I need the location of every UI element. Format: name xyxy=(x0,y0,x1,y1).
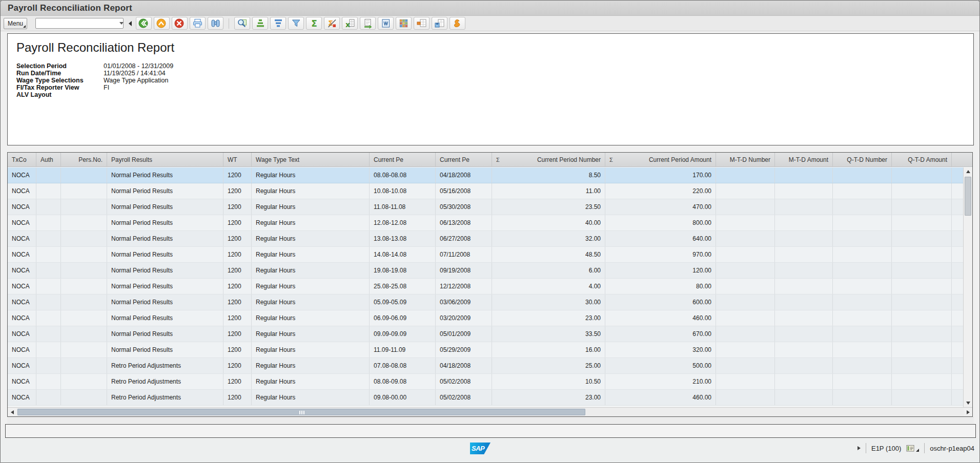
table-cell[interactable]: NOCA xyxy=(8,326,36,342)
table-cell[interactable]: Regular Hours xyxy=(252,279,370,294)
table-row[interactable]: NOCARetro Period Adjustments1200Regular … xyxy=(8,374,963,390)
table-cell[interactable]: 05/02/2008 xyxy=(436,374,492,389)
table-cell[interactable] xyxy=(61,263,107,278)
table-cell[interactable] xyxy=(892,279,952,294)
sort-ascending-button[interactable] xyxy=(252,17,268,30)
table-cell[interactable] xyxy=(833,183,892,199)
table-cell[interactable]: 1200 xyxy=(223,263,252,278)
table-cell[interactable] xyxy=(833,358,892,373)
table-cell[interactable]: 500.00 xyxy=(605,358,716,373)
table-cell[interactable]: Retro Period Adjustments xyxy=(107,374,223,389)
table-cell[interactable] xyxy=(36,342,61,357)
table-cell[interactable] xyxy=(36,183,61,199)
table-cell[interactable]: Regular Hours xyxy=(252,215,370,230)
table-cell[interactable]: 05/01/2009 xyxy=(436,326,492,342)
change-layout-button[interactable] xyxy=(414,17,430,30)
table-cell[interactable] xyxy=(61,374,107,389)
save-layout-button[interactable] xyxy=(432,17,447,30)
table-cell[interactable]: 80.00 xyxy=(605,279,716,294)
table-cell[interactable]: 6.00 xyxy=(492,263,605,278)
table-cell[interactable]: NOCA xyxy=(8,199,36,215)
table-cell[interactable] xyxy=(833,231,892,246)
table-cell[interactable] xyxy=(61,279,107,294)
column-header-current-pe[interactable]: Current Pe xyxy=(370,153,436,166)
table-cell[interactable]: 25.08-25.08 xyxy=(370,279,436,294)
table-cell[interactable]: 25.00 xyxy=(492,358,605,373)
filter-button[interactable] xyxy=(288,17,304,30)
table-cell[interactable]: 1200 xyxy=(223,167,252,183)
table-cell[interactable]: NOCA xyxy=(8,358,36,373)
table-cell[interactable]: 12/12/2008 xyxy=(436,279,492,294)
table-cell[interactable]: Normal Period Results xyxy=(107,215,223,230)
table-cell[interactable]: 170.00 xyxy=(605,167,716,183)
table-cell[interactable]: 05/30/2008 xyxy=(436,199,492,215)
table-cell[interactable] xyxy=(892,215,952,230)
table-row[interactable]: NOCANormal Period Results1200Regular Hou… xyxy=(8,247,963,263)
table-cell[interactable]: 10.08-10.08 xyxy=(370,183,436,199)
table-cell[interactable]: 970.00 xyxy=(605,247,716,262)
table-cell[interactable]: Regular Hours xyxy=(252,231,370,246)
local-file-button[interactable] xyxy=(360,17,376,30)
table-cell[interactable]: 19.08-19.08 xyxy=(370,263,436,278)
table-cell[interactable] xyxy=(892,294,952,310)
table-cell[interactable]: NOCA xyxy=(8,279,36,294)
table-cell[interactable] xyxy=(36,231,61,246)
table-cell[interactable]: NOCA xyxy=(8,294,36,310)
table-cell[interactable]: Normal Period Results xyxy=(107,342,223,357)
table-cell[interactable]: Regular Hours xyxy=(252,247,370,262)
table-cell[interactable] xyxy=(61,326,107,342)
table-cell[interactable]: 12.08-12.08 xyxy=(370,215,436,230)
column-header-current-period-amount[interactable]: ΣCurrent Period Amount xyxy=(605,153,716,166)
table-cell[interactable]: 1200 xyxy=(223,310,252,326)
table-cell[interactable]: 23.50 xyxy=(492,199,605,215)
table-cell[interactable] xyxy=(36,358,61,373)
table-cell[interactable] xyxy=(775,279,833,294)
table-cell[interactable] xyxy=(716,358,775,373)
table-cell[interactable] xyxy=(36,279,61,294)
table-cell[interactable]: 470.00 xyxy=(605,199,716,215)
table-cell[interactable] xyxy=(833,294,892,310)
table-cell[interactable]: Regular Hours xyxy=(252,374,370,389)
table-cell[interactable]: 03/20/2009 xyxy=(436,310,492,326)
table-cell[interactable]: 11.00 xyxy=(492,183,605,199)
column-header-current-period-number[interactable]: ΣCurrent Period Number xyxy=(492,153,605,166)
table-cell[interactable]: Normal Period Results xyxy=(107,167,223,183)
print-button[interactable] xyxy=(190,17,206,30)
column-header-auth[interactable]: Auth xyxy=(36,153,61,166)
table-row[interactable]: NOCANormal Period Results1200Regular Hou… xyxy=(8,167,963,183)
table-cell[interactable]: 4.00 xyxy=(492,279,605,294)
scroll-down-icon[interactable] xyxy=(964,399,972,407)
table-cell[interactable]: 220.00 xyxy=(605,183,716,199)
table-cell[interactable] xyxy=(775,310,833,326)
table-cell[interactable] xyxy=(833,263,892,278)
table-cell[interactable]: Normal Period Results xyxy=(107,231,223,246)
table-cell[interactable]: Regular Hours xyxy=(252,263,370,278)
table-cell[interactable]: Normal Period Results xyxy=(107,310,223,326)
table-cell[interactable]: Regular Hours xyxy=(252,326,370,342)
table-cell[interactable] xyxy=(36,390,61,405)
table-cell[interactable]: Normal Period Results xyxy=(107,183,223,199)
table-cell[interactable]: 05/02/2008 xyxy=(436,390,492,405)
column-header-wage-type-text[interactable]: Wage Type Text xyxy=(252,153,370,166)
table-cell[interactable] xyxy=(833,247,892,262)
table-cell[interactable]: 800.00 xyxy=(605,215,716,230)
table-cell[interactable]: NOCA xyxy=(8,167,36,183)
table-cell[interactable] xyxy=(716,199,775,215)
table-cell[interactable]: 03/06/2009 xyxy=(436,294,492,310)
table-cell[interactable]: 600.00 xyxy=(605,294,716,310)
table-cell[interactable] xyxy=(716,263,775,278)
table-cell[interactable]: 640.00 xyxy=(605,231,716,246)
table-cell[interactable] xyxy=(775,263,833,278)
table-cell[interactable]: 1200 xyxy=(223,183,252,199)
table-cell[interactable]: 1200 xyxy=(223,199,252,215)
table-cell[interactable]: 09/19/2008 xyxy=(436,263,492,278)
table-cell[interactable] xyxy=(36,215,61,230)
table-cell[interactable]: 07.08-08.08 xyxy=(370,358,436,373)
table-cell[interactable]: 16.00 xyxy=(492,342,605,357)
table-cell[interactable]: 05/16/2008 xyxy=(436,183,492,199)
table-cell[interactable]: 06/13/2008 xyxy=(436,215,492,230)
column-header-wt[interactable]: WT xyxy=(223,153,252,166)
table-cell[interactable] xyxy=(36,326,61,342)
column-header-current-pe[interactable]: Current Pe xyxy=(436,153,492,166)
export-spreadsheet-button[interactable]: x xyxy=(342,17,358,30)
